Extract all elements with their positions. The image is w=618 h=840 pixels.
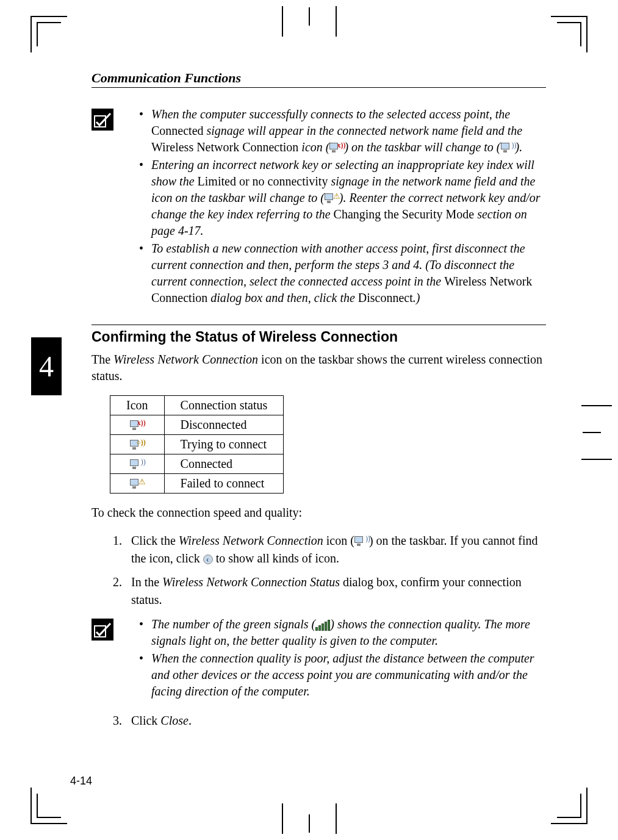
crop-mark: [282, 6, 337, 37]
table-status-cell: Disconnected: [164, 415, 284, 435]
note-item: Entering an incorrect network key or sel…: [138, 157, 546, 239]
note-item: When the computer successfully connects …: [138, 106, 546, 156]
step-item: Click Close.: [125, 712, 546, 730]
crop-mark: [557, 22, 581, 46]
page-content: Communication Functions When the compute…: [92, 70, 546, 737]
table-icon-cell: )): [110, 454, 165, 474]
chapter-tab: 4: [31, 337, 62, 395]
intro-paragraph: The Wireless Network Connection icon on …: [92, 351, 546, 384]
table-icon-cell: ○)): [110, 435, 165, 454]
table-status-cell: Failed to connect: [164, 474, 284, 494]
crop-mark: [37, 794, 61, 818]
table-icon-cell: x)): [110, 415, 165, 435]
note-block: When the computer successfully connects …: [92, 106, 546, 307]
connection-status-table: Icon Connection status x)) Disconnected …: [110, 395, 284, 494]
step-item: Click the Wireless Network Connection ic…: [125, 532, 546, 567]
checkmark-note-icon: [92, 109, 113, 131]
check-text: To check the connection speed and qualit…: [92, 504, 546, 521]
note-content: The number of the green signals () shows…: [138, 616, 546, 701]
steps-list: Click the Wireless Network Connection ic…: [92, 532, 546, 609]
crop-mark: [37, 22, 61, 46]
wifi-disconnected-icon: x)): [130, 420, 145, 431]
note-item: The number of the green signals () shows…: [138, 616, 546, 649]
wifi-connected-icon: )): [130, 459, 145, 470]
show-hidden-icons-icon: [203, 555, 213, 564]
wifi-failed-icon: ⚠: [130, 479, 145, 490]
table-header-status: Connection status: [164, 396, 284, 415]
page-title: Communication Functions: [92, 70, 546, 88]
wifi-trying-icon: ○)): [130, 440, 145, 451]
table-status-cell: Connected: [164, 454, 284, 474]
section-heading: Confirming the Status of Wireless Connec…: [92, 325, 546, 345]
note-item: To establish a new connection with anoth…: [138, 240, 546, 306]
table-icon-cell: ⚠: [110, 474, 165, 494]
wifi-limited-icon: ⚠: [325, 193, 339, 204]
steps-list-continued: Click Close.: [92, 712, 546, 730]
note-content: When the computer successfully connects …: [138, 106, 546, 307]
table-status-cell: Trying to connect: [164, 435, 284, 454]
crop-mark: [557, 794, 581, 818]
page-number: 4-14: [70, 775, 92, 788]
wifi-connected-icon: )): [354, 536, 369, 547]
checkmark-note-icon: [92, 619, 113, 641]
wifi-disconnected-icon: x)): [329, 143, 344, 154]
note-item: When the connection quality is poor, adj…: [138, 650, 546, 700]
wifi-connected-icon: )): [501, 143, 516, 154]
table-header-icon: Icon: [110, 396, 165, 415]
crop-mark: [282, 803, 337, 834]
signal-strength-icon: [315, 620, 330, 631]
step-item: In the Wireless Network Connection Statu…: [125, 573, 546, 609]
crop-mark: [581, 405, 612, 460]
note-block: The number of the green signals () shows…: [92, 616, 546, 701]
